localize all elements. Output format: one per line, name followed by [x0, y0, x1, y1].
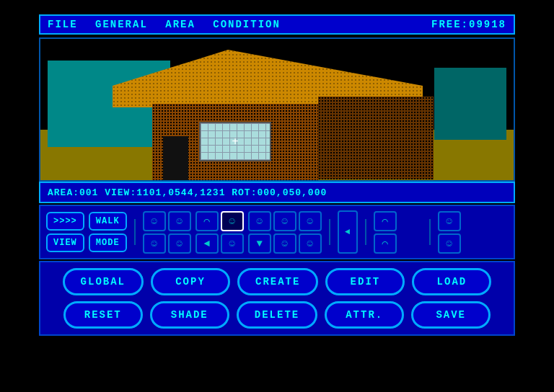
- nav-button[interactable]: >>>>: [46, 212, 84, 231]
- icon-r1[interactable]: ⌒: [374, 211, 397, 231]
- icon-curve-1[interactable]: ⌒: [195, 211, 219, 231]
- window: [199, 122, 271, 161]
- icon-fr1[interactable]: ☺: [438, 211, 461, 231]
- icon-group-3: ☺ ☺ ☺ ▼ ☺ ☺: [248, 211, 322, 254]
- icon-r2[interactable]: ⌒: [374, 233, 397, 254]
- menu-items: FILE GENERAL AREA CONDITION: [48, 19, 281, 30]
- free-memory: FREE:09918: [431, 19, 506, 30]
- divider-3: [365, 219, 366, 245]
- icon-w5[interactable]: ☺: [273, 233, 296, 254]
- divider-1: [134, 219, 136, 245]
- icon-w6[interactable]: ☺: [299, 233, 322, 254]
- create-button[interactable]: CREATE: [237, 268, 318, 295]
- icon-group-2: ⌒ ☺ ◄ ☺: [195, 211, 244, 254]
- global-button[interactable]: GLOBAL: [63, 268, 144, 295]
- icon-face-2[interactable]: ☺: [168, 211, 191, 231]
- divider-2: [329, 219, 330, 245]
- delete-button[interactable]: DELETE: [237, 301, 317, 329]
- icon-active[interactable]: ☺: [221, 211, 244, 231]
- icon-w2[interactable]: ☺: [273, 211, 296, 231]
- icon-w3[interactable]: ☺: [299, 211, 322, 231]
- walk-button[interactable]: WALK: [89, 212, 127, 231]
- copy-button[interactable]: COPY: [151, 268, 230, 295]
- icon-group-1: ☺ ☺ ☺ ☺: [143, 211, 191, 254]
- viewport: [39, 37, 515, 182]
- icon-group-right-1: ⌒ ⌒: [374, 211, 422, 254]
- menu-bar: FILE GENERAL AREA CONDITION FREE:09918: [39, 14, 515, 35]
- attr-button[interactable]: ATTR.: [325, 301, 404, 329]
- controls-area: >>>> VIEW WALK MODE ☺ ☺ ☺ ☺ ⌒ ☺ ◄ ☺ ☺ ☺ …: [39, 205, 515, 259]
- view-button[interactable]: VIEW: [46, 233, 84, 252]
- icon-face-5[interactable]: ☺: [221, 233, 244, 254]
- divider-4: [429, 219, 431, 245]
- action-row-2: RESET SHADE DELETE ATTR. SAVE: [48, 301, 506, 329]
- edit-button[interactable]: EDIT: [325, 268, 405, 295]
- mode-button[interactable]: MODE: [89, 233, 127, 252]
- house-side: [318, 97, 434, 179]
- load-button[interactable]: LOAD: [412, 268, 491, 295]
- menu-general[interactable]: GENERAL: [95, 19, 148, 30]
- status-text: AREA:001 VIEW:1101,0544,1231 ROT:000,050…: [48, 187, 327, 198]
- menu-area[interactable]: AREA: [165, 19, 195, 30]
- action-row-1: GLOBAL COPY CREATE EDIT LOAD: [48, 268, 506, 295]
- icon-curve-2[interactable]: ◄: [195, 233, 219, 254]
- status-bar: AREA:001 VIEW:1101,0544,1231 ROT:000,050…: [39, 182, 515, 203]
- menu-file[interactable]: FILE: [48, 19, 78, 30]
- background-wall-right: [434, 68, 506, 140]
- icon-w4[interactable]: ▼: [248, 233, 271, 254]
- slider-button[interactable]: ◄: [338, 210, 358, 254]
- icon-face-3[interactable]: ☺: [143, 233, 166, 254]
- icon-face-4[interactable]: ☺: [168, 233, 191, 254]
- reset-button[interactable]: RESET: [63, 301, 143, 329]
- icon-w1[interactable]: ☺: [248, 211, 271, 231]
- icon-fr2[interactable]: ☺: [438, 233, 461, 254]
- menu-condition[interactable]: CONDITION: [213, 19, 281, 30]
- action-area: GLOBAL COPY CREATE EDIT LOAD RESET SHADE…: [39, 261, 515, 336]
- icon-face-1[interactable]: ☺: [143, 211, 166, 231]
- icon-group-right-2: ☺ ☺: [438, 211, 486, 254]
- shade-button[interactable]: SHADE: [150, 301, 229, 329]
- save-button[interactable]: SAVE: [411, 301, 491, 329]
- door: [163, 136, 188, 182]
